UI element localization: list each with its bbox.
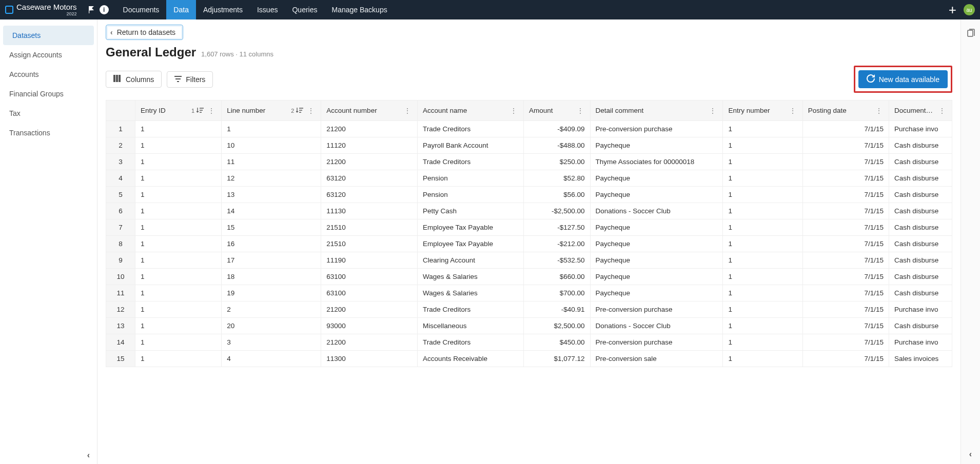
column-label: Detail comment bbox=[596, 107, 705, 114]
cell-account-name: Trade Creditors bbox=[418, 154, 524, 170]
cell-entry-number: 1 bbox=[723, 269, 802, 285]
topnav-item-manage-backups[interactable]: Manage Backups bbox=[324, 0, 394, 19]
row-number: 3 bbox=[106, 154, 135, 170]
right-rail-collapse-icon[interactable]: ‹ bbox=[969, 445, 972, 464]
column-menu-icon[interactable]: ⋮ bbox=[788, 107, 797, 115]
cell-amount: -$409.09 bbox=[524, 121, 590, 137]
table-row[interactable]: 121221200Trade Creditors-$40.91Pre-conve… bbox=[106, 301, 952, 318]
row-number: 11 bbox=[106, 285, 135, 301]
column-header-account-number[interactable]: Account number⋮ bbox=[321, 100, 418, 121]
cell-amount: -$212.00 bbox=[524, 236, 590, 252]
brand-name: Caseware Motors bbox=[16, 3, 77, 11]
cell-entry-number: 1 bbox=[723, 301, 802, 318]
table-row[interactable]: 911711190Clearing Account-$532.50Paycheq… bbox=[106, 252, 952, 269]
table-row[interactable]: 151411300Accounts Receivable$1,077.12Pre… bbox=[106, 351, 952, 367]
table-row[interactable]: 1011863100Wages & Salaries$660.00Paycheq… bbox=[106, 269, 952, 285]
avatar[interactable]: au bbox=[964, 4, 975, 15]
topnav-item-documents[interactable]: Documents bbox=[116, 0, 167, 19]
brand[interactable]: Caseware Motors 2022 bbox=[5, 3, 77, 16]
column-menu-icon[interactable]: ⋮ bbox=[403, 107, 412, 115]
columns-button[interactable]: Columns bbox=[106, 71, 162, 88]
table-row[interactable]: 811621510Employee Tax Payable-$212.00Pay… bbox=[106, 236, 952, 252]
table-row[interactable]: 141321200Trade Creditors$450.00Pre-conve… bbox=[106, 334, 952, 351]
column-label: Document type bbox=[894, 107, 934, 114]
sidebar-item-accounts[interactable]: Accounts bbox=[0, 65, 97, 84]
info-icon[interactable]: i bbox=[100, 5, 109, 14]
column-header-posting-date[interactable]: Posting date⋮ bbox=[802, 100, 889, 121]
table-row[interactable]: 311121200Trade Creditors$250.00Thyme Ass… bbox=[106, 154, 952, 170]
table-row[interactable]: 711521510Employee Tax Payable-$127.50Pay… bbox=[106, 219, 952, 236]
cell-account-number: 11300 bbox=[321, 351, 418, 367]
column-header-line-number[interactable]: Line number2⋮ bbox=[222, 100, 321, 121]
column-menu-icon[interactable]: ⋮ bbox=[937, 107, 947, 115]
cell-document-type: Purchase invo bbox=[889, 301, 952, 318]
table-row[interactable]: 1111963100Wages & Salaries$700.00Paycheq… bbox=[106, 285, 952, 301]
column-menu-icon[interactable]: ⋮ bbox=[509, 107, 518, 115]
cell-entry-id: 1 bbox=[135, 236, 221, 252]
cell-amount: $2,500.00 bbox=[524, 318, 590, 334]
column-menu-icon[interactable]: ⋮ bbox=[874, 107, 884, 115]
cell-entry-id: 1 bbox=[135, 121, 221, 137]
cell-line-number: 3 bbox=[222, 334, 321, 351]
sidebar-item-datasets[interactable]: Datasets bbox=[3, 26, 94, 45]
cell-line-number: 2 bbox=[222, 301, 321, 318]
cell-amount: -$127.50 bbox=[524, 219, 590, 236]
flag-icon[interactable] bbox=[87, 6, 95, 14]
new-data-available-button[interactable]: New data available bbox=[858, 70, 948, 88]
cell-entry-number: 1 bbox=[723, 154, 802, 170]
topnav-item-adjustments[interactable]: Adjustments bbox=[196, 0, 250, 19]
topnav-item-data[interactable]: Data bbox=[166, 0, 196, 19]
cell-account-number: 93000 bbox=[321, 318, 418, 334]
column-header-account-name[interactable]: Account name⋮ bbox=[418, 100, 524, 121]
sidebar-item-assign-accounts[interactable]: Assign Accounts bbox=[0, 45, 97, 65]
chevron-left-icon: ‹ bbox=[110, 28, 113, 36]
column-header-entry-id[interactable]: Entry ID1⋮ bbox=[135, 100, 221, 121]
cell-amount: $56.00 bbox=[524, 187, 590, 203]
column-label: Entry number bbox=[728, 107, 785, 114]
table-row[interactable]: 511363120Pension$56.00Paycheque17/1/15Ca… bbox=[106, 187, 952, 203]
cell-account-number: 11130 bbox=[321, 203, 418, 219]
topnav-item-issues[interactable]: Issues bbox=[250, 0, 285, 19]
column-label: Amount bbox=[529, 107, 572, 114]
column-header-amount[interactable]: Amount⋮ bbox=[524, 100, 590, 121]
data-grid[interactable]: Entry ID1⋮Line number2⋮Account number⋮Ac… bbox=[106, 100, 952, 459]
table-row[interactable]: 611411130Petty Cash-$2,500.00Donations -… bbox=[106, 203, 952, 219]
cell-account-number: 11190 bbox=[321, 252, 418, 269]
cell-amount: -$488.00 bbox=[524, 137, 590, 154]
svg-rect-3 bbox=[174, 76, 182, 77]
cell-detail-comment: Pre-conversion purchase bbox=[590, 301, 723, 318]
column-header-entry-number[interactable]: Entry number⋮ bbox=[723, 100, 802, 121]
column-header-detail-comment[interactable]: Detail comment⋮ bbox=[590, 100, 723, 121]
cell-entry-id: 1 bbox=[135, 252, 221, 269]
column-header-document-type[interactable]: Document type⋮ bbox=[889, 100, 952, 121]
table-row[interactable]: 11121200Trade Creditors-$409.09Pre-conve… bbox=[106, 121, 952, 137]
cell-document-type: Cash disburse bbox=[889, 170, 952, 187]
svg-rect-6 bbox=[968, 30, 973, 36]
cell-detail-comment: Donations - Soccer Club bbox=[590, 203, 723, 219]
column-menu-icon[interactable]: ⋮ bbox=[576, 107, 585, 115]
return-to-datasets-button[interactable]: ‹ Return to datasets bbox=[106, 25, 183, 40]
cell-line-number: 4 bbox=[222, 351, 321, 367]
column-menu-icon[interactable]: ⋮ bbox=[708, 107, 717, 115]
add-icon[interactable]: + bbox=[949, 2, 956, 18]
copy-icon[interactable] bbox=[966, 29, 975, 39]
cell-account-name: Employee Tax Payable bbox=[418, 219, 524, 236]
refresh-icon bbox=[867, 74, 875, 84]
sidebar-item-tax[interactable]: Tax bbox=[0, 104, 97, 123]
column-menu-icon[interactable]: ⋮ bbox=[306, 107, 316, 115]
sidebar-collapse-icon[interactable]: ‹ bbox=[0, 447, 97, 464]
column-menu-icon[interactable]: ⋮ bbox=[207, 107, 216, 115]
sort-indicator: 2 bbox=[291, 108, 303, 114]
topnav-item-queries[interactable]: Queries bbox=[285, 0, 324, 19]
row-number: 12 bbox=[106, 301, 135, 318]
cell-entry-number: 1 bbox=[723, 236, 802, 252]
cell-document-type: Sales invoices bbox=[889, 351, 952, 367]
filters-button[interactable]: Filters bbox=[167, 71, 213, 88]
cell-line-number: 14 bbox=[222, 203, 321, 219]
table-row[interactable]: 1312093000Miscellaneous$2,500.00Donation… bbox=[106, 318, 952, 334]
sidebar-item-financial-groups[interactable]: Financial Groups bbox=[0, 84, 97, 104]
cell-line-number: 16 bbox=[222, 236, 321, 252]
sidebar-item-transactions[interactable]: Transactions bbox=[0, 123, 97, 143]
table-row[interactable]: 211011120Payroll Bank Account-$488.00Pay… bbox=[106, 137, 952, 154]
table-row[interactable]: 411263120Pension$52.80Paycheque17/1/15Ca… bbox=[106, 170, 952, 187]
